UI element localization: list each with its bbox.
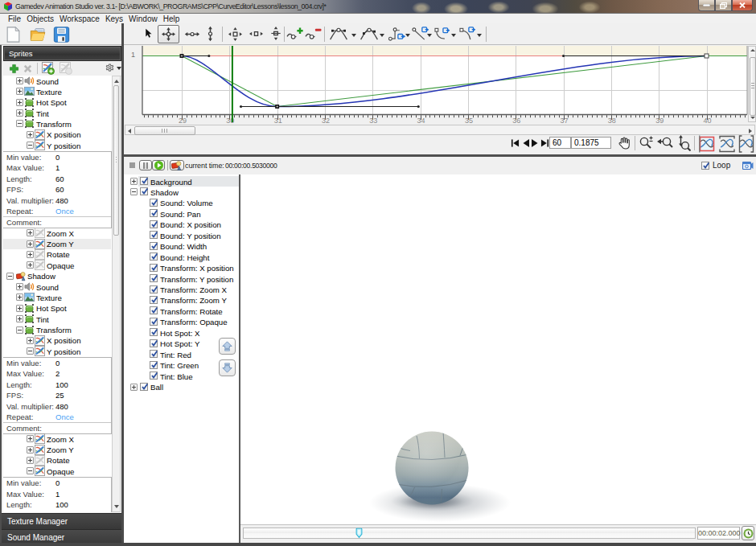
track-row-hot-spot-x[interactable]: Hot Spot: X	[124, 327, 239, 338]
track-row-bound-y-position[interactable]: Bound: Y position	[124, 230, 239, 240]
track-checkbox[interactable]	[150, 339, 158, 347]
track-checkbox[interactable]	[150, 231, 158, 239]
sidebar-divider[interactable]	[121, 23, 124, 546]
tree-node-sound[interactable]: Sound	[3, 281, 111, 292]
tangent-smooth-button[interactable]	[329, 27, 348, 41]
expand-icon[interactable]	[16, 294, 23, 301]
expand-icon[interactable]	[27, 240, 34, 248]
expand-icon[interactable]	[27, 435, 34, 442]
expand-icon[interactable]	[130, 178, 138, 185]
linear-interp-button[interactable]	[411, 27, 429, 42]
save-file-button[interactable]	[52, 26, 71, 43]
tangent-smooth-dropdown[interactable]	[351, 34, 356, 37]
track-row-sound-pan[interactable]: Sound: Pan	[124, 208, 239, 219]
track-checkbox[interactable]	[150, 252, 158, 261]
zoom-horizontal-button[interactable]	[657, 136, 673, 150]
delete-key-button[interactable]	[305, 27, 322, 42]
tree-node-texture[interactable]: Texture	[3, 292, 111, 302]
fit-frame-button-active[interactable]	[699, 135, 715, 153]
expand-icon[interactable]	[130, 384, 138, 391]
step-interp-dropdown[interactable]	[405, 34, 410, 37]
track-checkbox[interactable]	[150, 318, 158, 326]
ease-out-dropdown[interactable]	[451, 34, 456, 37]
expand-icon[interactable]	[27, 229, 34, 236]
ease-out-button[interactable]	[433, 27, 451, 42]
move-vertical-tool-button[interactable]	[206, 26, 215, 42]
curve-vscroll-thumb[interactable]	[750, 57, 756, 116]
curve-plot[interactable]: 293031323334353637383940	[142, 46, 748, 125]
track-checkbox[interactable]	[150, 296, 158, 304]
stop-button[interactable]	[129, 162, 135, 168]
fit-horizontal-button[interactable]	[738, 135, 754, 153]
tree-node-sound[interactable]: Sound	[3, 76, 111, 86]
collapse-icon[interactable]	[16, 326, 23, 334]
fit-vertical-button[interactable]	[719, 135, 735, 153]
linear-interp-dropdown[interactable]	[427, 34, 432, 37]
minimize-button[interactable]	[698, 0, 715, 11]
expand-icon[interactable]	[16, 315, 23, 322]
expand-icon[interactable]	[27, 337, 34, 344]
property-value[interactable]: Once	[55, 413, 74, 421]
track-row-bound-x-position[interactable]: Bound: X position	[124, 220, 239, 230]
track-checkbox[interactable]	[150, 372, 158, 380]
move-track-up-button[interactable]	[219, 338, 236, 355]
play-button[interactable]	[152, 160, 165, 170]
tree-node-rotate[interactable]: Rotate	[3, 455, 111, 466]
track-row-sound-volume[interactable]: Sound: Volume	[124, 198, 239, 208]
collapse-icon[interactable]	[130, 188, 138, 195]
scrollbar-thumb[interactable]	[113, 85, 119, 236]
expand-icon[interactable]	[27, 131, 34, 138]
track-row-transform-zoom-y[interactable]: Transform: Zoom Y	[124, 295, 239, 306]
track-checkbox[interactable]	[140, 383, 148, 391]
pan-tool-button[interactable]	[617, 136, 631, 150]
step-interp-button[interactable]	[388, 27, 405, 42]
move-horizontal-tool-button[interactable]	[184, 30, 200, 39]
expand-icon[interactable]	[27, 446, 34, 454]
expand-icon[interactable]	[27, 457, 34, 464]
timeline-clock-button[interactable]	[742, 526, 754, 540]
expand-icon[interactable]	[16, 77, 23, 84]
capture-video-button[interactable]	[742, 160, 754, 170]
collapse-icon[interactable]	[16, 120, 23, 127]
close-button[interactable]	[732, 0, 753, 11]
curve-hscroll-thumb[interactable]	[134, 126, 195, 135]
track-checkbox[interactable]	[140, 177, 148, 185]
tree-node-zoom-y[interactable]: Zoom Y	[3, 239, 111, 249]
track-checkbox[interactable]	[140, 187, 148, 195]
curve-vertical-scrollbar[interactable]	[748, 46, 756, 122]
collapse-icon[interactable]	[6, 273, 14, 280]
open-file-button[interactable]	[28, 26, 48, 43]
go-start-button[interactable]	[511, 139, 520, 147]
expand-icon[interactable]	[16, 109, 23, 117]
value-field[interactable]: 0.1875	[571, 137, 611, 149]
track-checkbox[interactable]	[150, 285, 158, 294]
step-back-button[interactable]	[523, 139, 529, 147]
curve-horizontal-scrollbar[interactable]	[125, 125, 755, 135]
track-row-transform-zoom-x[interactable]: Transform: Zoom X	[124, 285, 239, 295]
tree-node-hot-spot[interactable]: Hot Spot	[3, 97, 111, 108]
gear-icon[interactable]	[105, 63, 115, 73]
step-forward-button[interactable]	[532, 139, 538, 147]
track-row-transform-y-position[interactable]: Transform: Y position	[124, 273, 239, 284]
tangent-corner-dropdown[interactable]	[380, 34, 384, 37]
track-row-bound-height[interactable]: Bound: Height	[124, 252, 239, 262]
expand-icon[interactable]	[16, 283, 23, 290]
scale-keys-tool-button[interactable]	[228, 27, 242, 41]
zoom-vertical-button[interactable]	[678, 135, 691, 151]
tree-node-shadow[interactable]: Shadow	[3, 271, 111, 281]
tree-node-y-position[interactable]: Y position	[3, 140, 111, 150]
expand-icon[interactable]	[27, 261, 34, 269]
pause-button[interactable]	[139, 160, 152, 170]
tree-node-x-position[interactable]: X position	[3, 335, 111, 346]
collapse-icon[interactable]	[27, 142, 34, 149]
tree-node-y-position[interactable]: Y position	[3, 346, 111, 356]
add-sprite-button[interactable]	[9, 64, 19, 74]
tree-node-x-position[interactable]: X position	[3, 129, 111, 140]
track-checkbox[interactable]	[150, 361, 158, 369]
tree-node-zoom-y[interactable]: Zoom Y	[3, 445, 111, 455]
collapse-icon[interactable]	[27, 347, 34, 355]
track-checkbox[interactable]	[150, 264, 158, 272]
track-checkbox[interactable]	[150, 209, 158, 217]
new-file-button[interactable]	[4, 26, 23, 43]
tree-node-texture[interactable]: Texture	[3, 86, 111, 96]
